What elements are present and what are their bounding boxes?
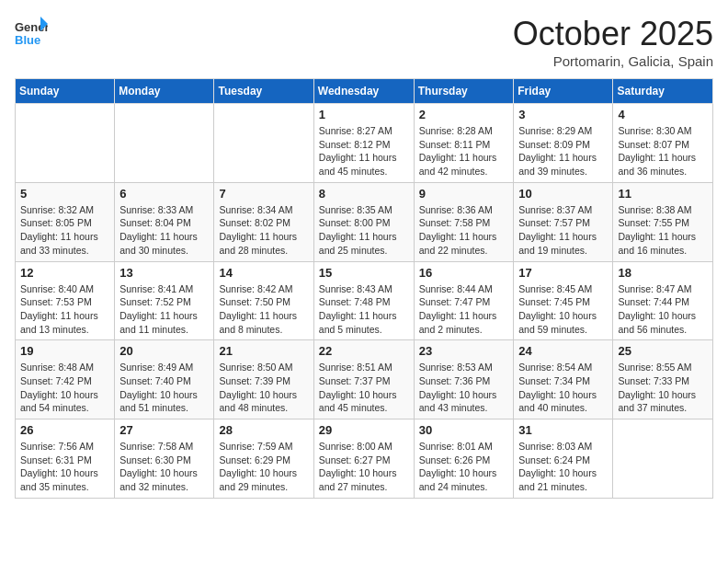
day-number: 2 [419, 108, 509, 121]
day-number: 9 [419, 187, 509, 201]
calendar-cell: 15Sunrise: 8:43 AMSunset: 7:48 PMDayligh… [313, 261, 414, 340]
day-number: 4 [618, 108, 708, 121]
day-info: Sunrise: 8:03 AMSunset: 6:24 PMDaylight:… [518, 440, 608, 494]
day-number: 12 [20, 266, 109, 280]
day-info: Sunrise: 8:55 AMSunset: 7:33 PMDaylight:… [618, 361, 708, 415]
calendar-cell: 28Sunrise: 7:59 AMSunset: 6:29 PMDayligh… [214, 419, 313, 499]
location: Portomarin, Galicia, Spain [513, 53, 713, 69]
weekday-header-saturday: Saturday [613, 79, 713, 104]
calendar-cell: 2Sunrise: 8:28 AMSunset: 8:11 PMDaylight… [414, 104, 514, 183]
calendar-cell: 26Sunrise: 7:56 AMSunset: 6:31 PMDayligh… [16, 419, 115, 499]
day-info: Sunrise: 7:59 AMSunset: 6:29 PMDaylight:… [219, 440, 308, 494]
day-info: Sunrise: 8:43 AMSunset: 7:48 PMDaylight:… [319, 282, 409, 337]
calendar-week-5: 26Sunrise: 7:56 AMSunset: 6:31 PMDayligh… [16, 419, 713, 499]
calendar-cell: 19Sunrise: 8:48 AMSunset: 7:42 PMDayligh… [16, 340, 115, 419]
weekday-header-sunday: Sunday [16, 79, 115, 104]
calendar-cell: 16Sunrise: 8:44 AMSunset: 7:47 PMDayligh… [414, 261, 514, 340]
day-number: 21 [219, 344, 308, 358]
day-number: 27 [119, 423, 209, 437]
day-info: Sunrise: 8:48 AMSunset: 7:42 PMDaylight:… [20, 361, 109, 415]
day-number: 29 [319, 423, 409, 437]
day-info: Sunrise: 8:40 AMSunset: 7:53 PMDaylight:… [20, 282, 109, 337]
day-number: 5 [20, 187, 109, 201]
weekday-header-row: SundayMondayTuesdayWednesdayThursdayFrid… [16, 79, 713, 104]
day-info: Sunrise: 8:01 AMSunset: 6:26 PMDaylight:… [419, 440, 509, 494]
calendar-cell [115, 104, 214, 183]
day-info: Sunrise: 8:35 AMSunset: 8:00 PMDaylight:… [319, 203, 409, 258]
day-number: 16 [419, 266, 509, 280]
day-info: Sunrise: 8:50 AMSunset: 7:39 PMDaylight:… [219, 361, 308, 415]
calendar-cell: 31Sunrise: 8:03 AMSunset: 6:24 PMDayligh… [514, 419, 613, 499]
calendar-cell [16, 104, 115, 183]
weekday-header-tuesday: Tuesday [214, 79, 313, 104]
month-title: October 2025 [513, 15, 713, 53]
calendar-cell: 24Sunrise: 8:54 AMSunset: 7:34 PMDayligh… [514, 340, 613, 419]
calendar-cell: 21Sunrise: 8:50 AMSunset: 7:39 PMDayligh… [214, 340, 313, 419]
calendar-cell: 5Sunrise: 8:32 AMSunset: 8:05 PMDaylight… [16, 182, 115, 261]
day-info: Sunrise: 8:41 AMSunset: 7:52 PMDaylight:… [119, 282, 209, 337]
calendar-cell: 17Sunrise: 8:45 AMSunset: 7:45 PMDayligh… [514, 261, 613, 340]
weekday-header-monday: Monday [115, 79, 214, 104]
calendar-cell: 9Sunrise: 8:36 AMSunset: 7:58 PMDaylight… [414, 182, 514, 261]
day-number: 15 [319, 266, 409, 280]
day-number: 24 [518, 344, 608, 358]
weekday-header-thursday: Thursday [414, 79, 514, 104]
day-number: 25 [618, 344, 708, 358]
day-number: 30 [419, 423, 509, 437]
day-number: 17 [518, 266, 608, 280]
calendar-week-2: 5Sunrise: 8:32 AMSunset: 8:05 PMDaylight… [16, 182, 713, 261]
calendar-week-3: 12Sunrise: 8:40 AMSunset: 7:53 PMDayligh… [16, 261, 713, 340]
calendar-cell: 11Sunrise: 8:38 AMSunset: 7:55 PMDayligh… [613, 182, 713, 261]
day-number: 7 [219, 187, 308, 201]
day-info: Sunrise: 8:42 AMSunset: 7:50 PMDaylight:… [219, 282, 308, 337]
day-info: Sunrise: 8:53 AMSunset: 7:36 PMDaylight:… [419, 361, 509, 415]
day-info: Sunrise: 8:44 AMSunset: 7:47 PMDaylight:… [419, 282, 509, 337]
calendar-cell: 8Sunrise: 8:35 AMSunset: 8:00 PMDaylight… [313, 182, 414, 261]
day-info: Sunrise: 8:54 AMSunset: 7:34 PMDaylight:… [518, 361, 608, 415]
calendar-cell: 10Sunrise: 8:37 AMSunset: 7:57 PMDayligh… [514, 182, 613, 261]
calendar-cell: 29Sunrise: 8:00 AMSunset: 6:27 PMDayligh… [313, 419, 414, 499]
day-number: 14 [219, 266, 308, 280]
calendar-cell: 30Sunrise: 8:01 AMSunset: 6:26 PMDayligh… [414, 419, 514, 499]
day-number: 13 [119, 266, 209, 280]
day-info: Sunrise: 8:29 AMSunset: 8:09 PMDaylight:… [518, 124, 608, 178]
calendar-cell: 14Sunrise: 8:42 AMSunset: 7:50 PMDayligh… [214, 261, 313, 340]
calendar-header: SundayMondayTuesdayWednesdayThursdayFrid… [16, 79, 713, 104]
day-info: Sunrise: 8:00 AMSunset: 6:27 PMDaylight:… [319, 440, 409, 494]
calendar-cell [214, 104, 313, 183]
day-info: Sunrise: 8:30 AMSunset: 8:07 PMDaylight:… [618, 124, 708, 178]
day-info: Sunrise: 8:27 AMSunset: 8:12 PMDaylight:… [319, 124, 409, 178]
day-info: Sunrise: 7:58 AMSunset: 6:30 PMDaylight:… [119, 440, 209, 494]
calendar-cell: 13Sunrise: 8:41 AMSunset: 7:52 PMDayligh… [115, 261, 214, 340]
day-number: 28 [219, 423, 308, 437]
calendar-cell: 7Sunrise: 8:34 AMSunset: 8:02 PMDaylight… [214, 182, 313, 261]
svg-text:Blue: Blue [15, 33, 40, 47]
calendar-cell: 27Sunrise: 7:58 AMSunset: 6:30 PMDayligh… [115, 419, 214, 499]
calendar-cell: 1Sunrise: 8:27 AMSunset: 8:12 PMDaylight… [313, 104, 414, 183]
calendar-body: 1Sunrise: 8:27 AMSunset: 8:12 PMDaylight… [16, 104, 713, 499]
day-info: Sunrise: 8:51 AMSunset: 7:37 PMDaylight:… [319, 361, 409, 415]
calendar-cell: 18Sunrise: 8:47 AMSunset: 7:44 PMDayligh… [613, 261, 713, 340]
weekday-header-wednesday: Wednesday [313, 79, 414, 104]
day-info: Sunrise: 8:33 AMSunset: 8:04 PMDaylight:… [119, 203, 209, 258]
calendar-cell: 22Sunrise: 8:51 AMSunset: 7:37 PMDayligh… [313, 340, 414, 419]
logo: General Blue [15, 15, 50, 48]
calendar-week-1: 1Sunrise: 8:27 AMSunset: 8:12 PMDaylight… [16, 104, 713, 183]
day-info: Sunrise: 8:34 AMSunset: 8:02 PMDaylight:… [219, 203, 308, 258]
page-header: General Blue October 2025 Portomarin, Ga… [15, 15, 713, 69]
day-info: Sunrise: 7:56 AMSunset: 6:31 PMDaylight:… [20, 440, 109, 494]
day-number: 8 [319, 187, 409, 201]
day-number: 10 [518, 187, 608, 201]
day-info: Sunrise: 8:28 AMSunset: 8:11 PMDaylight:… [419, 124, 509, 178]
day-info: Sunrise: 8:49 AMSunset: 7:40 PMDaylight:… [119, 361, 209, 415]
calendar-week-4: 19Sunrise: 8:48 AMSunset: 7:42 PMDayligh… [16, 340, 713, 419]
calendar-cell: 4Sunrise: 8:30 AMSunset: 8:07 PMDaylight… [613, 104, 713, 183]
weekday-header-friday: Friday [514, 79, 613, 104]
day-info: Sunrise: 8:32 AMSunset: 8:05 PMDaylight:… [20, 203, 109, 258]
calendar-cell: 3Sunrise: 8:29 AMSunset: 8:09 PMDaylight… [514, 104, 613, 183]
calendar-table: SundayMondayTuesdayWednesdayThursdayFrid… [15, 78, 713, 499]
day-number: 20 [119, 344, 209, 358]
day-number: 31 [518, 423, 608, 437]
calendar-cell: 12Sunrise: 8:40 AMSunset: 7:53 PMDayligh… [16, 261, 115, 340]
day-number: 22 [319, 344, 409, 358]
